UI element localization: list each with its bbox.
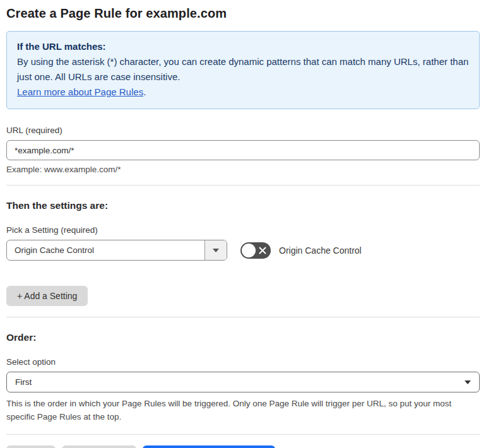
url-example-helper: Example: www.example.com/* <box>6 165 480 174</box>
setting-dropdown-arrow-button[interactable] <box>204 240 227 260</box>
save-as-draft-button[interactable]: Save as Draft <box>62 445 137 448</box>
order-select-value: First <box>15 377 32 387</box>
page-rule-form: Create a Page Rule for example.com If th… <box>0 0 486 448</box>
info-box-link-line: Learn more about Page Rules. <box>17 85 469 100</box>
add-setting-button[interactable]: + Add a Setting <box>6 286 88 306</box>
order-select[interactable]: First <box>6 372 480 392</box>
divider <box>6 185 480 186</box>
order-select-label: Select option <box>6 357 480 367</box>
toggle-off-x-icon <box>258 246 267 255</box>
pick-setting-label: Pick a Setting (required) <box>6 225 480 235</box>
save-and-deploy-button[interactable]: Save and Deploy Page Rule <box>143 445 275 448</box>
order-section-heading: Order: <box>6 332 480 343</box>
info-box-body: By using the asterisk (*) character, you… <box>17 54 469 85</box>
info-box-heading: If the URL matches: <box>17 39 469 54</box>
divider <box>6 317 480 317</box>
setting-row: Origin Cache Control Origin Cache Contro… <box>6 240 480 261</box>
order-helper-text: This is the order in which your Page Rul… <box>6 397 480 423</box>
toggle-label: Origin Cache Control <box>279 245 362 256</box>
chevron-down-icon <box>213 249 219 252</box>
footer-actions: Cancel Save as Draft Save and Deploy Pag… <box>6 445 480 448</box>
chevron-down-icon <box>465 380 471 384</box>
setting-dropdown[interactable]: Origin Cache Control <box>6 240 227 261</box>
page-title: Create a Page Rule for example.com <box>6 6 480 21</box>
origin-cache-control-toggle[interactable] <box>240 242 271 259</box>
setting-dropdown-value: Origin Cache Control <box>7 240 204 260</box>
toggle-knob <box>242 244 256 257</box>
url-match-info-box: If the URL matches: By using the asteris… <box>6 31 480 109</box>
url-input[interactable] <box>6 140 480 160</box>
cancel-button[interactable]: Cancel <box>6 445 56 448</box>
settings-section-heading: Then the settings are: <box>6 200 480 211</box>
url-field-label: URL (required) <box>6 126 480 135</box>
link-suffix: . <box>143 86 146 97</box>
divider <box>6 434 480 435</box>
learn-more-link[interactable]: Learn more about Page Rules <box>17 86 143 97</box>
